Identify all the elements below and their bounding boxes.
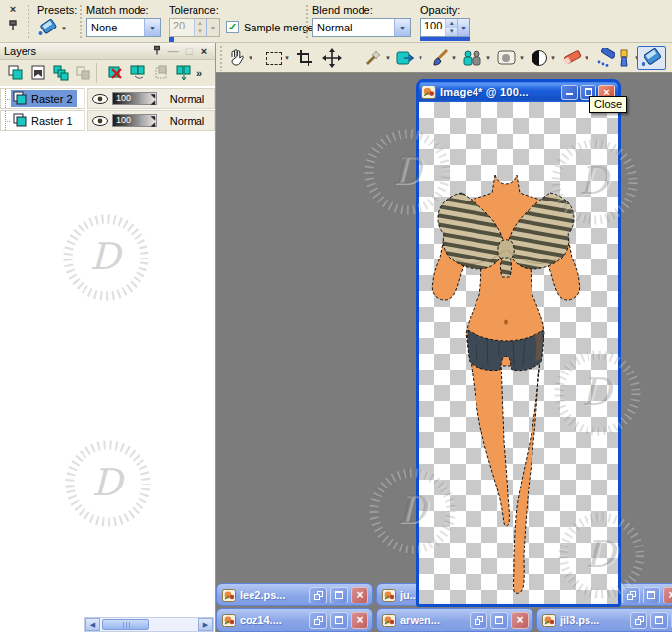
toolbar-grip[interactable] xyxy=(305,4,308,39)
toolbar-grip[interactable] xyxy=(219,45,223,71)
window-title: arwen... xyxy=(400,614,467,626)
opacity-value: 100 xyxy=(421,19,445,36)
image-window[interactable]: Image4* @ 100... × xyxy=(416,79,621,607)
canvas-workspace[interactable]: lee2.ps... × ju... × coz14.... × arwen..… xyxy=(216,73,672,632)
restore-icon[interactable] xyxy=(630,612,647,629)
eraser-tool-button[interactable]: ▼ xyxy=(562,46,589,70)
layer-opacity-slider[interactable]: 100 ◥◢ xyxy=(112,114,157,127)
opacity-slider-handle[interactable]: ◥◢ xyxy=(150,93,155,105)
blend-mode-select[interactable]: Normal ▼ xyxy=(312,18,411,37)
close-icon[interactable]: × xyxy=(351,587,368,603)
delete-layer-button[interactable] xyxy=(104,62,127,84)
palette-maximize-icon[interactable]: □ xyxy=(182,45,196,58)
restore-icon[interactable] xyxy=(309,612,327,629)
layer-blend-mode[interactable]: Normal xyxy=(160,93,214,105)
blend-mode-label: Blend mode: xyxy=(312,4,373,16)
new-layer-button[interactable] xyxy=(4,62,27,84)
pan-tool-button[interactable]: ▼ xyxy=(226,46,253,70)
close-icon[interactable]: × xyxy=(511,612,529,629)
layer-group-button-disabled[interactable] xyxy=(72,62,94,84)
spin-down-icon[interactable]: ▼ xyxy=(195,28,206,36)
layer-selected-highlight[interactable]: Raster 2 xyxy=(11,90,77,107)
chevron-down-icon[interactable]: ▼ xyxy=(457,19,469,36)
toolbar-pin-icon[interactable] xyxy=(6,20,20,33)
layer-name-cell[interactable]: Raster 2 xyxy=(0,88,85,109)
layer-opacity-slider[interactable]: 100 ◥◢ xyxy=(112,92,157,105)
spin-up-icon[interactable]: ▲ xyxy=(446,19,457,28)
crop-tool-button[interactable] xyxy=(296,46,313,70)
chevron-down-icon[interactable]: ▼ xyxy=(206,19,219,36)
new-mask-layer-button[interactable] xyxy=(27,62,49,84)
minimize-icon[interactable] xyxy=(561,85,578,100)
opacity-spinner[interactable]: 100 ▲▼ ▼ xyxy=(420,18,470,37)
minimized-window-coz14[interactable]: coz14.... × xyxy=(216,608,373,632)
layer-blend-mode[interactable]: Normal xyxy=(160,115,214,127)
image-file-icon xyxy=(382,589,396,602)
layer-row[interactable]: Raster 2 100 ◥◢ Normal xyxy=(0,88,215,109)
color-replacer-icon xyxy=(396,49,416,67)
duplicate-layer-button[interactable] xyxy=(49,62,72,84)
palette-minimize-icon[interactable]: — xyxy=(166,45,180,58)
image-window-titlebar[interactable]: Image4* @ 100... × xyxy=(419,82,618,102)
opacity-slider-handle[interactable]: ◥◢ xyxy=(150,115,155,127)
maximize-icon[interactable] xyxy=(490,612,508,629)
minimized-window-jil3[interactable]: jil3.ps... × xyxy=(536,608,672,632)
layers-palette-titlebar[interactable]: Layers — □ × xyxy=(0,43,215,60)
airbrush-tool-button[interactable] xyxy=(595,46,615,70)
raster-layer-icon xyxy=(13,91,28,106)
magic-wand-tool-button[interactable]: ▼ xyxy=(364,46,391,70)
tool-options-bar: × Presets: ▼ Match mode: None ▼ Toleranc… xyxy=(0,0,672,43)
move-tool-button[interactable] xyxy=(322,46,342,70)
presets-dropdown-button[interactable]: ▼ xyxy=(37,18,75,39)
promote-selection-button-disabled[interactable] xyxy=(149,62,172,84)
restore-icon[interactable] xyxy=(309,587,327,603)
restore-icon[interactable] xyxy=(622,587,640,603)
image-canvas[interactable] xyxy=(419,102,618,604)
layer-label[interactable]: Raster 1 xyxy=(11,112,77,129)
maximize-icon[interactable] xyxy=(330,587,348,603)
layer-row[interactable]: Raster 1 100 ◥◢ Normal xyxy=(0,110,215,131)
chevron-down-icon[interactable]: ▼ xyxy=(394,19,410,36)
color-replacer-tool-button[interactable]: ▼ xyxy=(396,46,423,70)
scratch-remover-tool-button[interactable]: ▼ xyxy=(497,46,525,70)
flood-fill-tool-button[interactable] xyxy=(637,46,666,70)
close-icon[interactable]: × xyxy=(351,612,368,629)
layer-name-cell[interactable]: Raster 1 xyxy=(0,110,85,131)
maximize-icon[interactable] xyxy=(650,612,668,629)
palette-pin-icon[interactable] xyxy=(150,45,164,58)
dodge-burn-tool-button[interactable]: ▼ xyxy=(531,46,556,70)
sample-merged-checkbox[interactable]: ✓ xyxy=(226,21,239,33)
move-layer-button[interactable] xyxy=(172,62,195,84)
toolbar-grip[interactable] xyxy=(79,4,83,39)
scroll-left-icon[interactable]: ◀ xyxy=(85,618,100,631)
figure-left-leg xyxy=(471,359,509,526)
clone-brush-tool-button[interactable]: ▼ xyxy=(462,46,491,70)
palette-horizontal-scrollbar[interactable]: ◀ ▶ xyxy=(84,617,214,632)
spin-down-icon[interactable]: ▼ xyxy=(446,28,457,36)
paint-brush-tool-button[interactable]: ▼ xyxy=(429,46,457,70)
restore-icon[interactable] xyxy=(470,612,487,629)
minimized-window-arwen[interactable]: arwen... × xyxy=(376,608,533,632)
scroll-right-icon[interactable]: ▶ xyxy=(198,618,213,631)
bikini-tie-tails xyxy=(501,258,512,277)
scrollbar-thumb[interactable] xyxy=(102,619,149,630)
maximize-icon[interactable] xyxy=(643,587,660,603)
match-mode-select[interactable]: None ▼ xyxy=(86,18,161,37)
layer-visibility-eye-icon[interactable] xyxy=(91,93,109,105)
window-title: jil3.ps... xyxy=(560,614,627,626)
minimized-window-lee2[interactable]: lee2.ps... × xyxy=(216,583,373,606)
palette-close-icon[interactable]: × xyxy=(197,45,211,58)
maximize-icon[interactable] xyxy=(330,612,348,629)
selection-tool-button[interactable]: ▼ xyxy=(266,46,290,70)
chevron-down-icon[interactable]: ▼ xyxy=(144,19,160,36)
spin-up-icon[interactable]: ▲ xyxy=(195,19,206,28)
close-icon[interactable]: × xyxy=(663,587,672,603)
toolbar-overflow-chevron[interactable]: » xyxy=(196,67,202,79)
image-file-icon xyxy=(222,614,236,627)
toolbar-grip[interactable] xyxy=(27,4,30,39)
image-window-title: Image4* @ 100... xyxy=(440,86,559,98)
layer-visibility-eye-icon[interactable] xyxy=(91,115,109,127)
toolbar-close-icon[interactable]: × xyxy=(6,3,20,17)
edit-selection-button[interactable] xyxy=(127,62,149,84)
tolerance-spinner[interactable]: 20 ▲▼ ▼ xyxy=(169,18,220,37)
